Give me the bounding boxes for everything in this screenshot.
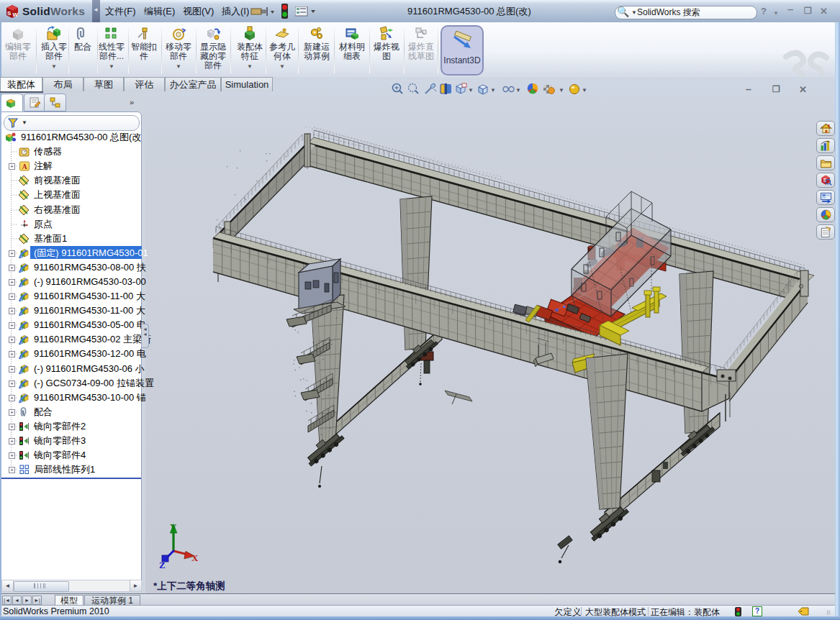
svg-text:S: S <box>7 10 12 17</box>
svg-text:A: A <box>22 163 28 170</box>
svg-text:W: W <box>13 12 19 18</box>
